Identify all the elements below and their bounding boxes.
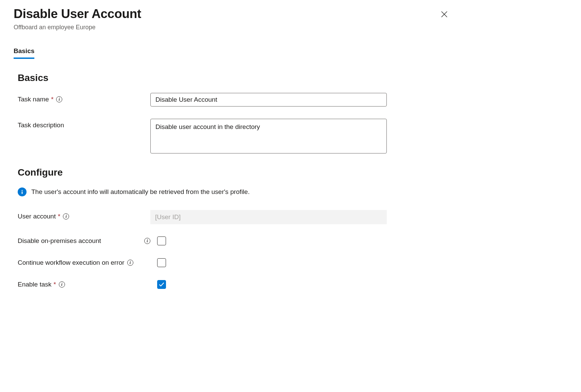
info-icon[interactable]: i: [59, 281, 65, 288]
task-name-input[interactable]: [150, 93, 387, 107]
task-description-input[interactable]: [150, 119, 387, 153]
close-button[interactable]: [437, 7, 452, 22]
close-icon: [441, 11, 448, 18]
required-marker: *: [58, 213, 60, 220]
info-bar-icon: [18, 187, 27, 196]
disable-onprem-label: Disable on-premises account: [18, 237, 101, 245]
user-account-input: [User ID]: [150, 210, 387, 224]
info-icon[interactable]: i: [127, 260, 133, 266]
section-heading-configure: Configure: [14, 167, 567, 178]
page-title: Disable User Account: [14, 7, 437, 21]
tab-bar: Basics: [14, 47, 567, 59]
required-marker: *: [53, 281, 56, 288]
required-marker: *: [51, 96, 53, 103]
continue-on-error-checkbox[interactable]: [157, 258, 166, 267]
enable-task-label: Enable task: [18, 281, 51, 288]
section-heading-basics: Basics: [14, 72, 567, 83]
svg-point-2: [22, 190, 23, 191]
info-icon[interactable]: i: [56, 96, 62, 102]
tab-basics[interactable]: Basics: [14, 47, 34, 59]
task-name-label: Task name: [18, 96, 49, 103]
enable-task-checkbox[interactable]: [157, 280, 166, 289]
continue-on-error-label: Continue workflow execution on error: [18, 259, 124, 266]
info-icon[interactable]: i: [144, 238, 150, 244]
page-subtitle: Offboard an employee Europe: [14, 24, 437, 31]
disable-onprem-checkbox[interactable]: [157, 236, 166, 245]
svg-rect-3: [22, 192, 23, 194]
info-icon[interactable]: i: [63, 213, 69, 219]
task-description-label: Task description: [18, 121, 64, 129]
info-bar-text: The user's account info will automatical…: [31, 188, 250, 196]
user-account-label: User account: [18, 213, 56, 220]
